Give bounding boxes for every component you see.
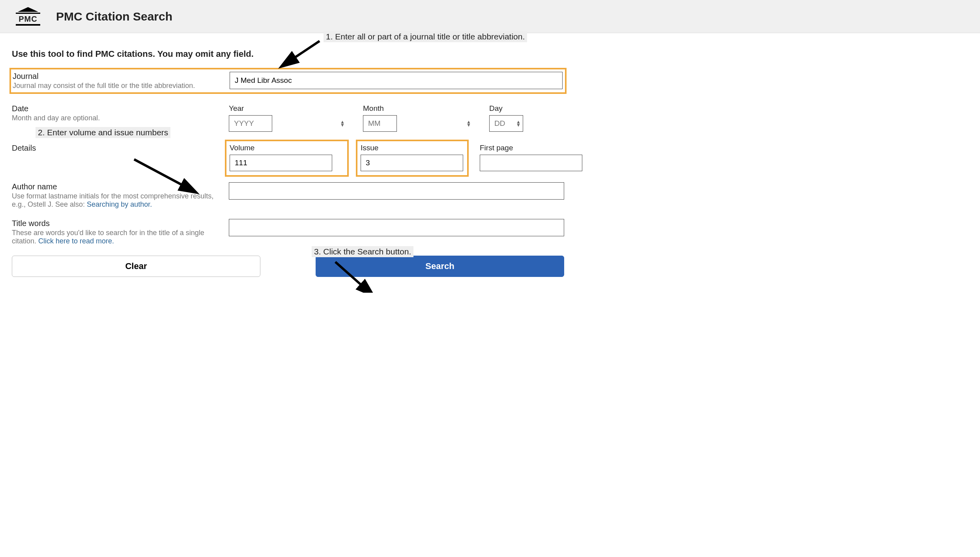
volume-label: Volume xyxy=(230,144,332,152)
topbar: PMC PMC Citation Search xyxy=(0,0,980,33)
date-hint: Month and day are optional. xyxy=(12,114,221,122)
date-label: Date xyxy=(12,104,221,113)
stepper-icon: ▲▼ xyxy=(466,120,471,127)
annotation-2: 2. Enter volume and issue numbers xyxy=(36,127,170,138)
date-row: Date Month and day are optional. 2. Ente… xyxy=(12,104,564,133)
content: 1. Enter all or part of a journal title … xyxy=(0,33,576,293)
journal-input[interactable] xyxy=(230,72,563,89)
svg-line-1 xyxy=(134,159,193,191)
annotation-3: 3. Click the Search button. xyxy=(312,246,413,257)
clear-button[interactable]: Clear xyxy=(12,256,260,277)
pmc-logo: PMC xyxy=(16,7,40,26)
year-input[interactable] xyxy=(229,115,272,132)
pmc-logo-roof-icon xyxy=(18,7,38,12)
stepper-icon: ▲▼ xyxy=(340,120,345,127)
author-row: Author name Use format lastname initials… xyxy=(12,182,564,209)
titlewords-hint: These are words you'd like to search for… xyxy=(12,229,221,245)
svg-line-2 xyxy=(335,262,371,293)
author-hint-link[interactable]: Searching by author. xyxy=(87,200,152,208)
year-label: Year xyxy=(229,104,347,113)
day-input[interactable] xyxy=(489,115,523,132)
arrow-icon xyxy=(276,37,324,73)
page-title: PMC Citation Search xyxy=(56,10,172,23)
firstpage-label: First page xyxy=(480,144,582,152)
titlewords-label: Title words xyxy=(12,219,221,228)
titlewords-hint-link[interactable]: Click here to read more. xyxy=(38,237,114,245)
pmc-logo-bar xyxy=(16,24,40,26)
svg-line-0 xyxy=(284,41,320,65)
day-label: Day xyxy=(489,104,523,113)
journal-label: Journal xyxy=(13,72,222,81)
issue-input[interactable] xyxy=(361,155,463,171)
volume-input[interactable] xyxy=(230,155,332,171)
annotation-1: 1. Enter all or part of a journal title … xyxy=(324,31,527,42)
button-row: Clear Search xyxy=(12,256,564,277)
firstpage-input[interactable] xyxy=(480,155,582,171)
arrow-icon xyxy=(327,258,383,293)
issue-label: Issue xyxy=(361,144,463,152)
author-input[interactable] xyxy=(229,182,564,200)
arrow-icon xyxy=(126,155,205,199)
titlewords-input[interactable] xyxy=(229,219,564,236)
month-label: Month xyxy=(363,104,473,113)
titlewords-row: Title words These are words you'd like t… xyxy=(12,219,564,245)
pmc-logo-text: PMC xyxy=(19,15,37,23)
pmc-logo-bar xyxy=(16,13,40,14)
month-input[interactable] xyxy=(363,115,397,132)
details-row: Details Volume Issue First page xyxy=(12,144,564,172)
journal-hint: Journal may consist of the full title or… xyxy=(13,82,222,90)
details-label: Details xyxy=(12,144,221,153)
